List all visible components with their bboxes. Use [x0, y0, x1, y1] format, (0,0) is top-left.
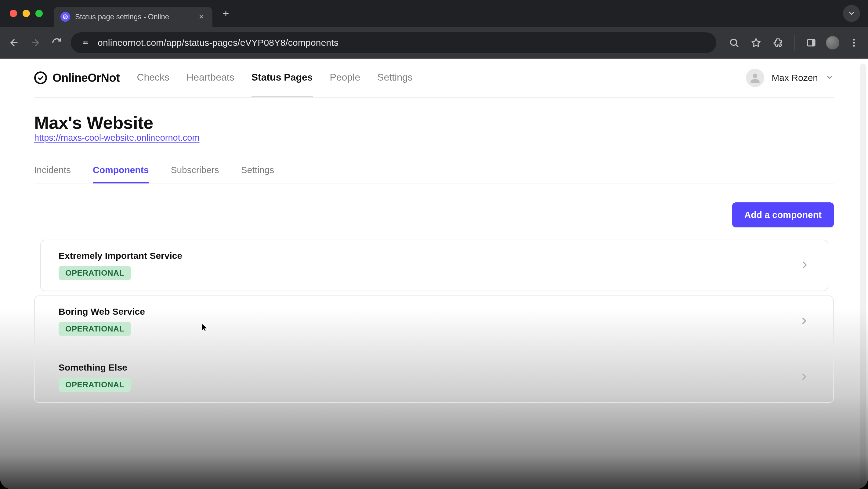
reload-button[interactable]: [50, 35, 64, 50]
component-list: Extremely Important Service OPERATIONAL …: [34, 240, 834, 403]
svg-point-6: [853, 39, 855, 40]
profile-avatar-button[interactable]: [826, 36, 839, 50]
user-avatar-icon: [746, 69, 764, 87]
toolbar-divider: [795, 35, 795, 51]
browser-tab[interactable]: Status page settings - Online: [54, 7, 212, 27]
nav-people[interactable]: People: [330, 59, 361, 97]
component-name: Something Else: [59, 362, 799, 373]
nav-status-pages[interactable]: Status Pages: [251, 59, 313, 97]
status-badge: OPERATIONAL: [59, 377, 131, 392]
brand-logo-icon: [34, 71, 47, 84]
extensions-button[interactable]: [771, 35, 785, 50]
window-zoom-button[interactable]: [35, 10, 43, 17]
svg-point-8: [853, 45, 855, 47]
brand-name: OnlineOrNot: [53, 71, 120, 85]
browser-tab-strip: Status page settings - Online: [0, 0, 868, 27]
svg-point-2: [86, 43, 87, 44]
side-panel-button[interactable]: [804, 35, 818, 50]
user-menu[interactable]: Max Rozen: [746, 69, 834, 87]
status-page-url-link[interactable]: https://maxs-cool-website.onlineornot.co…: [34, 133, 199, 143]
add-component-button[interactable]: Add a component: [732, 203, 834, 227]
nav-heartbeats[interactable]: Heartbeats: [186, 59, 235, 97]
status-page-subtabs: Incidents Components Subscribers Setting…: [34, 165, 834, 183]
chevron-right-icon: [799, 316, 809, 327]
search-page-button[interactable]: [727, 35, 741, 50]
nav-checks[interactable]: Checks: [137, 59, 169, 97]
component-name: Extremely Important Service: [59, 251, 800, 261]
bookmark-button[interactable]: [749, 35, 763, 50]
window-controls: [5, 10, 54, 17]
back-button[interactable]: [7, 35, 21, 50]
component-row[interactable]: Boring Web Service OPERATIONAL: [34, 296, 834, 347]
tab-favicon-icon: [60, 12, 70, 22]
address-bar-url: onlineornot.com/app/status-pages/eVYP08Y…: [98, 37, 338, 48]
page-scrollbar[interactable]: [860, 62, 867, 486]
page-title: Max's Website: [34, 112, 834, 133]
component-row[interactable]: Something Else OPERATIONAL: [34, 352, 834, 403]
user-name: Max Rozen: [772, 73, 818, 83]
window-close-button[interactable]: [10, 10, 17, 17]
chevron-right-icon: [800, 260, 810, 271]
address-bar[interactable]: onlineornot.com/app/status-pages/eVYP08Y…: [71, 32, 716, 53]
chevron-down-icon: [825, 73, 834, 83]
component-row[interactable]: Extremely Important Service OPERATIONAL: [40, 240, 828, 291]
new-tab-button[interactable]: [219, 7, 232, 20]
browser-menu-button[interactable]: [847, 35, 861, 50]
subtab-incidents[interactable]: Incidents: [34, 165, 71, 183]
browser-toolbar: onlineornot.com/app/status-pages/eVYP08Y…: [0, 27, 868, 59]
subtab-components[interactable]: Components: [93, 165, 149, 183]
window-minimize-button[interactable]: [23, 10, 30, 17]
brand-logo-link[interactable]: OnlineOrNot: [34, 71, 120, 85]
chevron-right-icon: [799, 371, 809, 383]
subtab-settings[interactable]: Settings: [241, 165, 274, 183]
subtab-subscribers[interactable]: Subscribers: [170, 165, 219, 183]
svg-point-1: [84, 41, 85, 43]
status-badge: OPERATIONAL: [59, 322, 131, 336]
svg-rect-5: [812, 39, 815, 46]
site-info-icon[interactable]: [80, 37, 91, 48]
forward-button[interactable]: [28, 35, 43, 50]
close-tab-button[interactable]: [197, 12, 206, 21]
svg-point-9: [753, 73, 757, 78]
svg-point-7: [853, 42, 855, 44]
browser-tab-title: Status page settings - Online: [75, 12, 192, 21]
status-badge: OPERATIONAL: [59, 266, 131, 280]
component-name: Boring Web Service: [59, 306, 799, 317]
tab-overflow-button[interactable]: [843, 5, 860, 22]
app-topnav: OnlineOrNot Checks Heartbeats Status Pag…: [34, 59, 834, 98]
nav-settings[interactable]: Settings: [377, 59, 413, 97]
